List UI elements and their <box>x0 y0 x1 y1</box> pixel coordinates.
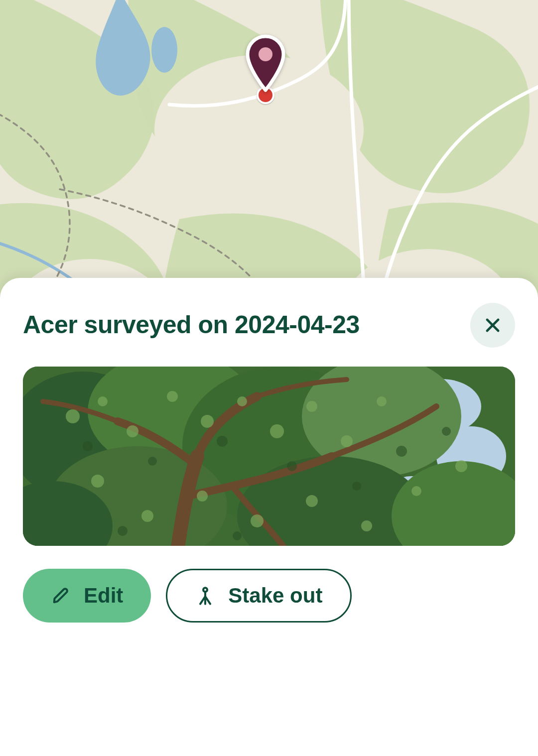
svg-point-1 <box>154 55 364 204</box>
svg-point-37 <box>306 495 318 507</box>
svg-point-44 <box>287 461 297 471</box>
edit-button-label: Edit <box>84 584 123 608</box>
svg-point-28 <box>237 396 247 406</box>
svg-point-43 <box>217 436 228 447</box>
action-row: Edit Stake out <box>23 569 515 623</box>
svg-point-32 <box>377 396 387 406</box>
sheet-header: Acer surveyed on 2024-04-23 <box>23 303 515 348</box>
svg-point-29 <box>270 424 284 438</box>
edit-button[interactable]: Edit <box>23 569 151 623</box>
svg-point-41 <box>83 441 93 451</box>
svg-point-30 <box>306 401 317 412</box>
svg-point-45 <box>352 482 361 491</box>
svg-point-49 <box>233 531 242 540</box>
pencil-icon <box>51 586 71 606</box>
svg-point-48 <box>118 526 128 536</box>
svg-point-25 <box>127 425 138 437</box>
svg-point-38 <box>361 520 372 531</box>
svg-point-47 <box>442 427 451 436</box>
close-button[interactable] <box>470 303 515 348</box>
svg-point-27 <box>201 415 214 428</box>
svg-point-26 <box>167 391 178 402</box>
svg-point-34 <box>141 510 153 522</box>
stakeout-button-label: Stake out <box>228 584 322 608</box>
svg-point-40 <box>455 460 467 472</box>
svg-point-46 <box>396 446 407 457</box>
sheet-title: Acer surveyed on 2024-04-23 <box>23 311 360 340</box>
svg-point-23 <box>66 409 80 423</box>
stakeout-button[interactable]: Stake out <box>166 569 352 623</box>
svg-point-42 <box>148 457 157 466</box>
detail-sheet: Acer surveyed on 2024-04-23 <box>0 278 538 756</box>
svg-point-24 <box>98 396 108 406</box>
svg-point-39 <box>411 486 421 496</box>
svg-point-36 <box>251 514 264 527</box>
svg-point-5 <box>151 27 177 73</box>
close-icon <box>483 316 502 335</box>
tripod-icon <box>195 586 215 606</box>
survey-photo[interactable] <box>23 367 515 546</box>
svg-point-31 <box>341 435 353 447</box>
svg-point-33 <box>91 475 104 488</box>
svg-point-35 <box>197 491 208 502</box>
